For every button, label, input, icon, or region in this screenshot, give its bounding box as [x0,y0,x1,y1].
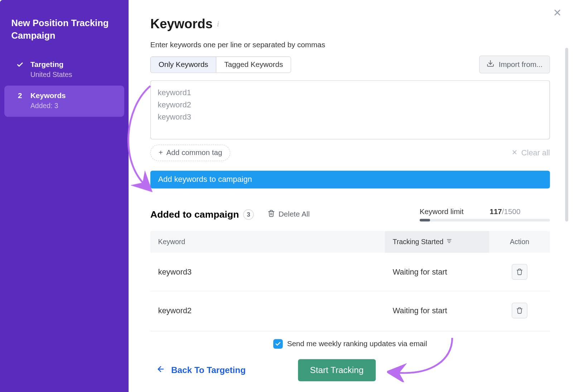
wizard-sidebar: New Position Tracking Campaign Targeting… [0,0,129,392]
limit-max: /1500 [502,208,521,216]
main-panel: Keywords i Enter keywords one per line o… [129,0,572,392]
add-keywords-label: Add keywords to campaign [158,175,252,184]
step-label: Targeting [30,60,63,69]
delete-row-button[interactable] [512,264,528,280]
table-row: keyword2 Waiting for start [150,291,550,330]
added-title: Added to campaign 3 [150,209,254,220]
check-icon [16,61,24,68]
limit-used: 117 [490,208,502,216]
sidebar-title: New Position Tracking Campaign [0,16,129,54]
cell-status: Waiting for start [385,256,489,288]
app-window: New Position Tracking Campaign Targeting… [0,0,572,392]
col-tracking-label: Tracking Started [393,238,444,246]
delete-all-label: Delete All [279,210,310,219]
step-sub: Added: 3 [30,102,113,110]
col-keyword[interactable]: Keyword [150,231,385,253]
step-label: Keywords [30,92,66,100]
col-tracking-started[interactable]: Tracking Started [385,231,489,253]
delete-all-button[interactable]: Delete All [268,210,309,219]
add-common-tag-button[interactable]: + Add common tag [150,145,231,161]
add-keywords-button[interactable]: Add keywords to campaign [150,171,550,189]
arrow-left-icon [157,365,165,376]
clear-all-button[interactable]: Clear all [511,148,550,157]
cell-keyword: keyword3 [150,256,385,288]
clear-all-label: Clear all [521,148,550,157]
trash-icon [268,210,275,219]
col-action: Action [489,231,550,253]
step-targeting[interactable]: Targeting United States [4,54,124,85]
import-from-button[interactable]: Import from... [479,55,550,73]
import-label: Import from... [499,60,543,69]
sort-icon [446,238,452,246]
close-icon[interactable] [553,8,562,19]
keywords-textarea[interactable] [150,80,550,139]
add-tag-label: Add common tag [167,149,222,157]
download-icon [486,59,494,69]
delete-row-button[interactable] [512,303,528,318]
table-row: keyword3 Waiting for start [150,253,550,291]
limit-progress [420,219,550,221]
added-title-text: Added to campaign [150,209,239,220]
weekly-email-label: Send me weekly ranking updates via email [287,340,427,348]
plus-icon: + [159,149,163,157]
cell-keyword: keyword2 [150,295,385,326]
x-icon [511,148,518,157]
page-subtitle: Enter keywords one per line or separated… [150,41,550,49]
keywords-table: Keyword Tracking Started Action keyword3… [150,231,550,329]
limit-label: Keyword limit [420,208,464,216]
step-number: 2 [16,92,24,100]
keyword-mode-tabs: Only Keywords Tagged Keywords [150,56,292,73]
weekly-email-checkbox[interactable] [273,339,283,349]
start-tracking-button[interactable]: Start Tracking [298,359,376,381]
footer: Send me weekly ranking updates via email… [150,331,550,392]
info-icon[interactable]: i [217,19,219,28]
tab-tagged-keywords[interactable]: Tagged Keywords [216,57,291,72]
step-keywords[interactable]: 2 Keywords Added: 3 [4,86,124,117]
step-sub: United States [30,71,113,78]
back-label: Back To Targeting [171,365,246,375]
page-title-text: Keywords [150,16,213,31]
scrollbar[interactable] [565,48,568,221]
added-count-badge: 3 [243,209,254,220]
back-to-targeting-link[interactable]: Back To Targeting [157,365,246,376]
tab-only-keywords[interactable]: Only Keywords [151,57,216,72]
cell-status: Waiting for start [385,295,489,326]
page-title: Keywords i [150,16,550,31]
start-label: Start Tracking [310,365,363,375]
